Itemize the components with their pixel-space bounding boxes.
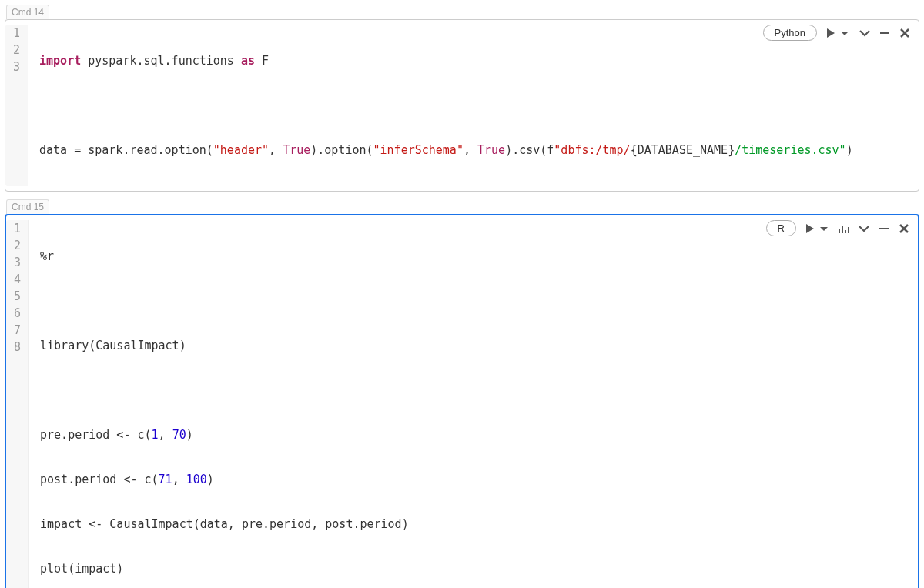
svg-rect-1 (879, 228, 889, 229)
code-editor[interactable]: import pyspark.sql.functions as F data =… (28, 25, 919, 186)
cell-toolbar: Python (758, 25, 911, 41)
svg-rect-0 (880, 32, 889, 34)
caret-down-icon[interactable] (818, 222, 830, 235)
code-editor[interactable]: %r library(CausalImpact) pre.period <- c… (29, 220, 918, 588)
run-icon[interactable] (825, 27, 837, 39)
cmd-label: Cmd 14 (6, 5, 49, 19)
language-pill[interactable]: R (766, 220, 796, 236)
minimize-icon[interactable] (878, 222, 890, 235)
close-icon[interactable] (899, 27, 911, 39)
cmd-label: Cmd 15 (6, 199, 49, 214)
chart-icon[interactable] (838, 222, 850, 235)
cell-toolbar: R (762, 220, 910, 236)
expand-icon[interactable] (858, 222, 870, 235)
cell-14[interactable]: Python 1 2 3 import pyspark.sql.function… (5, 19, 919, 192)
language-pill[interactable]: Python (763, 25, 817, 41)
close-icon[interactable] (898, 222, 910, 235)
cell-15[interactable]: R 1 2 3 4 5 6 7 8 %r library(CausalImp (5, 214, 919, 588)
line-gutter: 1 2 3 (5, 25, 28, 186)
line-gutter: 1 2 3 4 5 6 7 8 (6, 220, 29, 588)
run-icon[interactable] (804, 222, 816, 235)
caret-down-icon[interactable] (839, 27, 851, 39)
minimize-icon[interactable] (879, 27, 891, 39)
expand-icon[interactable] (859, 27, 871, 39)
